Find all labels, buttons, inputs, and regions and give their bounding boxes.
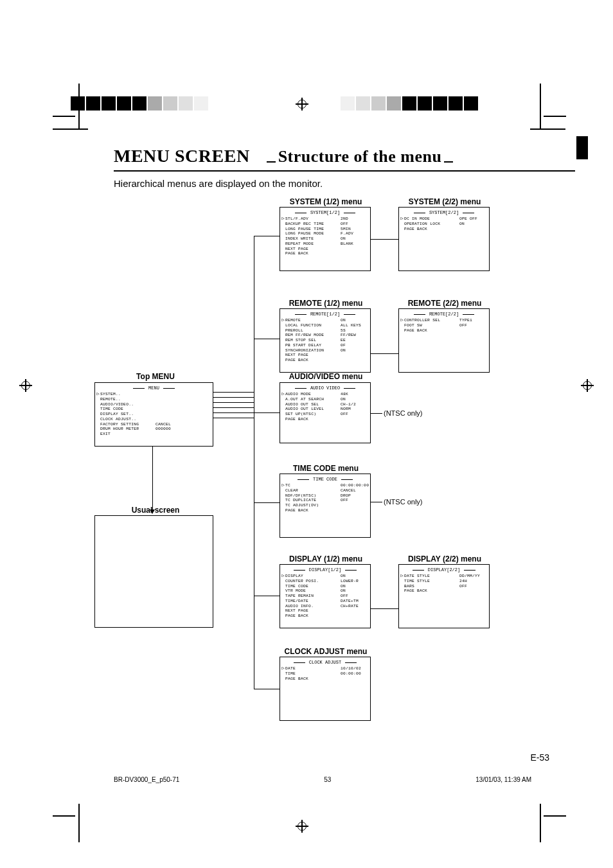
menu-row-value: 2ND — [341, 217, 348, 222]
menu-row-label: AUDIO/VIDEO.. — [100, 402, 155, 407]
label-audiovideo: AUDIO/VIDEO menu — [284, 372, 368, 381]
box-system22: ▷ SYSTEM[2/2] DC IN MODEOPE OFFOPERATION… — [398, 207, 490, 271]
box-usual-screen — [94, 515, 213, 628]
conn — [254, 392, 254, 418]
conn — [254, 236, 280, 236]
menu-row: LONG PAUSE TIME5MIN — [285, 227, 367, 232]
menu-row-value: OFF — [341, 222, 348, 227]
menu-row: PAGE BACK — [285, 614, 367, 619]
box-display12: ▷ DISPLAY[1/2] DISPLAYONCOUNTER POSI.LOW… — [280, 564, 371, 628]
menu-row-label: COUNTER POSI. — [285, 579, 341, 584]
box-top-menu: ▷ MENU SYSTEM..REMOTE..AUDIO/VIDEO..TIME… — [94, 382, 213, 447]
conn — [371, 608, 398, 609]
menu-row: REM FF/REW MODEFF/REW — [285, 333, 367, 338]
cursor-icon: ▷ — [282, 483, 285, 488]
menu-row-label: REMOTE — [285, 318, 341, 323]
menu-row-label: TC ADJUST(DV) — [285, 503, 341, 508]
menu-row-value: ON — [341, 318, 346, 323]
menu-row-value: 24H — [459, 579, 467, 584]
menu-row-label: OPERATION LOCK — [404, 222, 459, 227]
menu-row-label: REMOTE.. — [100, 397, 155, 402]
menu-row: NDF/DF(NTSC)DROP — [285, 493, 367, 499]
menu-row: PREROLL5S — [285, 328, 367, 333]
label-system22: SYSTEM (2/2) menu — [403, 197, 486, 206]
menu-row-value: ON — [341, 236, 346, 242]
menu-row: AUDIO/VIDEO.. — [100, 402, 209, 407]
menu-row-label: TC — [285, 483, 341, 488]
menu-row: FACTORY SETTINGCANCEL — [100, 422, 209, 427]
menu-row-value: 0F — [341, 343, 346, 348]
label-top-menu: Top MENU — [130, 372, 181, 381]
menu-row-label: DISPLAY SET.. — [100, 412, 155, 417]
menu-row-label: TIME — [285, 671, 341, 677]
menu-row-label: REM FF/REW MODE — [285, 333, 341, 338]
menu-row-label: PAGE BACK — [404, 227, 459, 232]
menu-title: DISPLAY[2/2] — [399, 565, 489, 572]
menu-row-label: AUDIO MODE — [285, 392, 341, 397]
menu-row-label: BACKUP REC TIME — [285, 222, 341, 227]
cursor-icon: ▷ — [282, 216, 285, 221]
conn — [371, 413, 382, 414]
box-display22: ▷ DISPLAY[2/2] DATE STYLEDD/MM/YYTIME ST… — [398, 564, 490, 628]
menu-row-label: SYNCHRONIZATION — [285, 348, 341, 353]
menu-row: PAGE BACK — [404, 227, 486, 232]
menu-row-label: SET UP(NTSC) — [285, 412, 341, 417]
menu-row-value: 00:00:00 — [341, 671, 361, 677]
menu-row-label: PAGE BACK — [404, 328, 459, 333]
menu-row-value: F.ADV — [341, 231, 353, 236]
label-remote22: REMOTE (2/2) menu — [403, 299, 486, 308]
conn — [213, 397, 254, 398]
menu-row-label: DISPLAY — [285, 574, 341, 579]
menu-row: OPERATION LOCKON — [404, 222, 486, 227]
label-timecode: TIME CODE menu — [284, 464, 368, 473]
conn-exit-v — [152, 447, 153, 511]
menu-row-value: NORM — [341, 407, 351, 412]
menu-row-label: REM STOP SEL — [285, 338, 341, 343]
menu-row-label: PAGE BACK — [285, 508, 341, 513]
menu-row-label: FOOT SW — [404, 323, 459, 328]
menu-row: TC DUPLICATEOFF — [285, 498, 367, 503]
menu-row: REMOTE.. — [100, 397, 209, 402]
menu-row-value: OFF — [459, 323, 467, 328]
menu-row-value: OFF — [341, 594, 348, 599]
dash-right — [444, 161, 453, 163]
menu-row-label: CONTROLLER SEL — [404, 318, 459, 323]
menu-row-label: NEXT PAGE — [285, 247, 341, 252]
menu-row: DC IN MODEOPE OFF — [404, 217, 486, 222]
menu-row: NEXT PAGE — [285, 247, 367, 252]
menu-row: TIME STYLE24H — [404, 579, 486, 584]
cursor-icon: ▷ — [401, 317, 404, 323]
menu-row: VTR MODEON — [285, 589, 367, 594]
menu-row: PB START DELAY0F — [285, 343, 367, 348]
menu-row: SYSTEM.. — [100, 392, 209, 397]
menu-title: TIME CODE — [280, 474, 370, 482]
menu-row: A.OUT AT SEARCHON — [285, 397, 367, 402]
menu-row: BACKUP REC TIMEOFF — [285, 222, 367, 227]
menu-row-label: VTR MODE — [285, 589, 341, 594]
label-remote12: REMOTE (1/2) menu — [284, 299, 368, 308]
menu-row-label: PAGE BACK — [285, 251, 341, 256]
menu-row-value: ON — [341, 348, 346, 353]
menu-title-top: MENU — [95, 383, 213, 391]
menu-row: DISPLAYON — [285, 574, 367, 579]
menu-row-value: 48K — [341, 392, 348, 397]
conn — [213, 418, 254, 418]
menu-row-label: NDF/DF(NTSC) — [285, 493, 341, 499]
menu-row-label: TIME CODE — [285, 584, 341, 589]
label-system12: SYSTEM (1/2) menu — [284, 197, 368, 206]
menu-row: DATE STYLEDD/MM/YY — [404, 574, 486, 579]
menu-row-label: PAGE BACK — [285, 358, 341, 363]
menu-row: DRUM HOUR METER000000 — [100, 427, 209, 432]
menu-row-value: 00:00:00:00 — [341, 483, 369, 488]
conn — [254, 596, 280, 596]
menu-row: CLOCK ADJUST.. — [100, 417, 209, 422]
title-main: MENU SCREEN — [114, 146, 250, 166]
menu-row: PAGE BACK — [404, 328, 486, 333]
menu-row-value: DROP — [341, 493, 351, 499]
box-remote12: ▷ REMOTE[1/2] REMOTEONLOCAL FUNCTIONALL … — [280, 308, 371, 373]
note-ntsc-1: (NTSC only) — [384, 409, 423, 417]
menu-row: AUDIO OUT LEVELNORM — [285, 407, 367, 412]
menu-row-value: OFF — [341, 412, 348, 417]
menu-row-value: 10/10/02 — [341, 666, 361, 671]
menu-row-label: FACTORY SETTING — [100, 422, 155, 427]
